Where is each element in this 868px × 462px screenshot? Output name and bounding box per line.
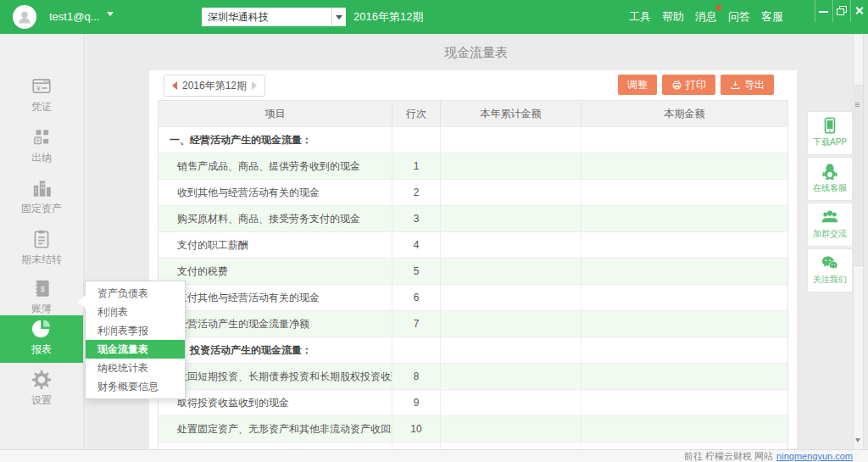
wechat-follow-icon	[821, 253, 839, 272]
cell-ytd-amount	[441, 285, 581, 310]
topbar-menu-messages[interactable]: 消息	[695, 9, 717, 25]
company-select[interactable]: 深圳华通科技	[202, 8, 346, 26]
submenu-item-financial-summary[interactable]: 财务概要信息	[86, 377, 185, 396]
settings-icon	[31, 369, 53, 391]
scroll-down-arrow-icon[interactable]	[855, 438, 860, 443]
avatar[interactable]	[13, 5, 36, 29]
table-body: 一、经营活动产生的现金流量：销售产成品、商品、提供劳务收到的现金1收到其他与经营…	[159, 126, 787, 449]
sidebar: ¥凭证¥出纳固定资产期末结转$账簿报表设置	[0, 34, 84, 449]
sidebar-item-label: 账簿	[0, 302, 83, 316]
cell-item: 销售产成品、商品、提供劳务收到的现金	[159, 153, 392, 179]
topbar-menu-help[interactable]: 帮助	[662, 9, 684, 25]
prev-period-button[interactable]	[172, 81, 177, 90]
user-icon	[16, 8, 33, 25]
scrollbar-thumb[interactable]	[854, 85, 864, 266]
scrollbar-grip-icon	[855, 103, 860, 107]
sidebar-item-voucher[interactable]: ¥凭证	[0, 73, 83, 120]
period-selector[interactable]: 2016年第12期	[164, 75, 265, 97]
download-icon	[730, 80, 741, 91]
page-title: 现金流量表	[84, 45, 868, 61]
topbar-menu-tools[interactable]: 工具	[629, 9, 651, 25]
card-group-chat[interactable]: 加群交流	[807, 203, 853, 247]
next-period-button[interactable]	[252, 81, 257, 90]
scrollbar[interactable]	[853, 34, 864, 449]
sidebar-item-cashier[interactable]: ¥出纳	[0, 124, 83, 171]
cell-ytd-amount	[441, 416, 581, 442]
footer-text: 前往 柠檬云财税 网站	[684, 451, 773, 461]
topbar-menu: 工具帮助消息问答客服	[629, 0, 783, 34]
topbar-menu-service[interactable]: 客服	[761, 9, 783, 25]
topbar-menu-qa[interactable]: 问答	[728, 9, 750, 25]
sidebar-item-label: 期末结转	[0, 253, 83, 267]
sidebar-item-settings[interactable]: 设置	[0, 366, 83, 414]
maximize-button[interactable]	[832, 0, 850, 22]
submenu-item-income-statement[interactable]: 利润表	[86, 303, 185, 321]
cell-item: 二、投资活动产生的现金流量：	[159, 337, 392, 363]
close-button[interactable]	[850, 0, 868, 22]
adjust-button[interactable]: 调整	[618, 75, 657, 95]
website-link[interactable]: ningmengyun.com	[776, 451, 853, 461]
button-label: 调整	[627, 78, 648, 92]
cell-period-amount	[581, 364, 787, 389]
sidebar-item-label: 报表	[0, 342, 83, 357]
card-label: 在线客服	[808, 182, 852, 194]
fixed-assets-icon	[31, 177, 53, 199]
voucher-icon: ¥	[31, 75, 53, 97]
submenu-item-balance-sheet[interactable]: 资产负债表	[86, 284, 185, 303]
window-controls	[815, 0, 868, 22]
print-button[interactable]: 打印	[662, 75, 715, 95]
sidebar-item-label: 设置	[0, 393, 83, 408]
card-label: 关注我们	[808, 274, 852, 286]
minimize-icon	[819, 11, 828, 13]
cell-ytd-amount	[441, 232, 581, 258]
table-row: 支付的职工薪酬4	[159, 231, 787, 258]
report-panel: 2016年第12期 调整打印导出 项目行次本年累计金额本期金额 一、经营活动产生…	[149, 70, 797, 449]
submenu-item-tax-statistics[interactable]: 纳税统计表	[86, 359, 185, 377]
cell-line-number: 4	[392, 232, 441, 258]
cell-ytd-amount	[441, 180, 581, 205]
table-row: 经营活动产生的现金流量净额7	[159, 310, 787, 337]
reports-icon	[31, 318, 53, 340]
svg-text:¥: ¥	[36, 137, 40, 143]
export-button[interactable]: 导出	[721, 75, 774, 95]
cell-ytd-amount	[441, 364, 581, 389]
button-label: 导出	[744, 78, 765, 92]
cell-ytd-amount	[441, 311, 581, 337]
cell-period-amount	[581, 311, 787, 337]
report-submenu: 资产负债表利润表利润表季报现金流量表纳税统计表财务概要信息	[85, 281, 186, 399]
cell-period-amount	[581, 443, 787, 449]
card-online-service[interactable]: 在线客服	[807, 157, 853, 201]
close-icon	[854, 6, 864, 15]
cell-line-number: 9	[392, 390, 441, 415]
ledger-icon: $	[31, 277, 53, 299]
cell-line-number: 5	[392, 259, 441, 284]
column-header: 本年累计金额	[441, 101, 581, 126]
minimize-button[interactable]	[815, 0, 832, 22]
svg-text:$: $	[41, 285, 45, 293]
table-row: 短期投资、长期债券投资和长期股权投资支付的现金11	[159, 442, 787, 449]
card-label: 加群交流	[808, 228, 852, 240]
card-download-app[interactable]: 下载APP	[807, 111, 853, 155]
card-follow-us[interactable]: 关注我们	[807, 248, 853, 292]
cell-item: 一、经营活动产生的现金流量：	[159, 127, 392, 153]
cell-line-number: 11	[392, 443, 441, 449]
table-row: 收回短期投资、长期债券投资和长期股权投资收到的现金8	[159, 363, 787, 389]
period-value: 2016年第12期	[182, 80, 247, 92]
cell-line-number: 3	[392, 206, 441, 231]
table-row: 支付的税费5	[159, 258, 787, 284]
submenu-item-income-statement-quarterly[interactable]: 利润表季报	[86, 321, 185, 340]
sidebar-item-reports[interactable]: 报表	[0, 315, 83, 363]
svg-text:¥: ¥	[36, 84, 41, 92]
sidebar-item-fixed-assets[interactable]: 固定资产	[0, 175, 83, 222]
cell-period-amount	[581, 180, 787, 205]
cell-period-amount	[581, 390, 787, 415]
column-header: 行次	[392, 101, 441, 126]
submenu-item-cash-flow-statement[interactable]: 现金流量表	[86, 340, 185, 359]
cell-line-number: 1	[392, 153, 441, 179]
sidebar-item-period-end[interactable]: 期末结转	[0, 225, 83, 273]
user-menu[interactable]: test1@q...	[49, 0, 114, 34]
cell-ytd-amount	[441, 259, 581, 284]
sidebar-item-label: 固定资产	[0, 202, 83, 216]
column-header: 项目	[159, 101, 392, 126]
select-dropdown-button[interactable]	[331, 8, 346, 26]
